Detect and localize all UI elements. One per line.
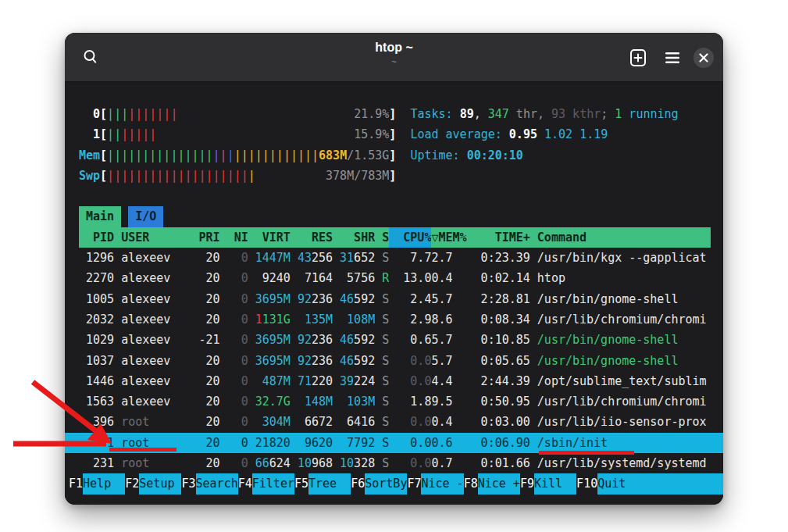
cell-shr: 108M [333, 309, 375, 330]
fn-button-quit[interactable]: Quit [597, 473, 723, 494]
process-row[interactable]: 1446alexeev200487M7122039224S0.04.42:44.… [79, 371, 711, 391]
search-button[interactable] [77, 44, 104, 70]
fn-button-setup[interactable]: Setup [139, 473, 181, 494]
meter-bar: ||||||||||21.9% [107, 104, 389, 124]
cell-s: S [375, 371, 389, 391]
cell-pri: 20 [191, 391, 219, 412]
cell-s: S [375, 309, 389, 330]
cell-user: alexeev [114, 330, 191, 350]
cell-virt: 3695M [248, 351, 291, 371]
function-key-bar: F1HelpF2SetupF3SearchF4FilterF5TreeF6Sor… [69, 473, 723, 494]
column-header-mem[interactable]: ▽MEM% [431, 227, 466, 248]
column-header-cpu[interactable]: CPU% [389, 227, 431, 248]
fn-key-f9: F9 [520, 473, 534, 494]
process-row[interactable]: 231root200666241096810328S0.00.70:01.66/… [79, 453, 711, 473]
cell-s: S [375, 453, 389, 473]
column-header-user[interactable]: USER [114, 227, 191, 248]
close-button[interactable] [694, 48, 714, 68]
cell-cpu: 0.0 [389, 371, 431, 391]
column-header-virt[interactable]: VIRT [248, 227, 291, 248]
cell-res: 135M [291, 309, 333, 330]
cell-virt: 3695M [248, 289, 291, 309]
cell-ni: 0 [220, 309, 248, 330]
cell-time: 2:28.81 [467, 289, 530, 309]
cell-cpu: 7.7 [389, 248, 431, 268]
table-header-row: PIDUSERPRINIVIRTRESSHRSCPU%▽MEM%TIME+Com… [79, 227, 711, 248]
process-row[interactable]: 1029alexeev-2103695M9223646592S0.65.70:1… [79, 330, 711, 350]
column-header-pid[interactable]: PID [79, 227, 114, 248]
cell-s: S [375, 433, 389, 453]
column-header-res[interactable]: RES [291, 227, 333, 248]
cell-time: 0:10.85 [467, 330, 530, 350]
cell-s: S [375, 330, 389, 350]
cell-pri: 20 [191, 351, 219, 371]
cell-pid: 231 [79, 453, 114, 473]
new-tab-button[interactable] [625, 45, 651, 71]
cell-mem: 4.4 [431, 371, 466, 391]
fn-button-tree[interactable]: Tree [308, 473, 351, 494]
column-header-command[interactable]: Command [530, 227, 711, 248]
fn-button-filter[interactable]: Filter [252, 473, 294, 494]
process-row[interactable]: 1296alexeev2001447M4325631652S7.72.70:23… [79, 248, 711, 268]
process-row-selected[interactable]: 1root2002182096207792S0.00.60:06.90/sbin… [65, 433, 723, 453]
cell-mem: 0.7 [431, 453, 466, 473]
cell-time: 0:05.65 [467, 351, 530, 371]
column-header-s[interactable]: S [375, 227, 389, 248]
screen-tabs: Main I/O [79, 206, 711, 227]
cell-s: R [375, 268, 389, 288]
cell-pri: 20 [191, 433, 219, 453]
meters-block: 0[||||||||||21.9%]Tasks: 89, 347 thr, 93… [79, 104, 711, 186]
cell-shr: 10328 [333, 453, 375, 473]
column-header-ni[interactable]: NI [220, 227, 248, 248]
cell-ni: 0 [220, 371, 248, 391]
cell-ni: 0 [220, 351, 248, 371]
process-row[interactable]: 2032alexeev2001131G135M108MS2.98.60:08.3… [79, 309, 711, 330]
fn-key-f4: F4 [238, 473, 252, 494]
cell-command: /usr/bin/gnome-shell [530, 351, 711, 371]
meter-row-swp: Swp[|||||||||||||||||||||378M/783M] [79, 166, 711, 186]
menu-button[interactable] [659, 45, 686, 71]
cell-pid: 1029 [79, 330, 114, 350]
cell-mem: 5.7 [431, 330, 466, 350]
process-row[interactable]: 1005alexeev2003695M9223646592S2.45.72:28… [79, 289, 711, 309]
cell-ni: 0 [220, 391, 248, 412]
cell-command: /usr/bin/kgx --gapplicat [530, 248, 711, 268]
tab-main[interactable]: Main [79, 206, 121, 227]
fn-button-nice-+[interactable]: Nice + [478, 473, 520, 494]
column-header-pri[interactable]: PRI [191, 227, 219, 248]
fn-key-f6: F6 [351, 473, 365, 494]
cell-s: S [375, 412, 389, 432]
fn-button-help[interactable]: Help [83, 473, 125, 494]
column-header-time[interactable]: TIME+ [467, 227, 530, 248]
titlebar: htop ~ ~ [65, 33, 723, 82]
cell-pid: 2032 [79, 309, 114, 330]
meter-label: 1 [79, 124, 100, 145]
tab-io[interactable]: I/O [128, 206, 163, 227]
cell-user: alexeev [114, 351, 191, 371]
fn-button-search[interactable]: Search [196, 473, 238, 494]
column-header-shr[interactable]: SHR [333, 227, 375, 248]
cell-pri: 20 [191, 289, 219, 309]
cell-res: 92236 [291, 289, 333, 309]
cell-shr: 7792 [333, 433, 375, 453]
cell-shr: 46592 [333, 351, 375, 371]
cell-mem: 2.7 [431, 248, 466, 268]
cell-ni: 0 [220, 412, 248, 432]
cell-pri: -21 [191, 330, 219, 350]
meter-row-1: 1[|||||||15.9%]Load average: 0.95 1.02 1… [79, 124, 711, 145]
cell-user: alexeev [114, 268, 191, 288]
fn-button-sortby[interactable]: SortBy [365, 473, 407, 494]
fn-button-kill[interactable]: Kill [534, 473, 576, 494]
cell-shr: 31652 [333, 248, 375, 268]
fn-button-nice--[interactable]: Nice - [421, 473, 463, 494]
cell-ni: 0 [220, 453, 248, 473]
process-row[interactable]: 1563alexeev20032.7G148M103MS1.89.50:50.9… [79, 391, 711, 412]
cell-s: S [375, 391, 389, 412]
cell-command: /usr/bin/gnome-shell [530, 289, 711, 309]
cell-cpu: 0.6 [389, 330, 431, 350]
process-row[interactable]: 2270alexeev200924071645756R13.00.40:02.1… [79, 268, 711, 288]
process-row[interactable]: 1037alexeev2003695M9223646592S0.05.70:05… [79, 351, 711, 371]
cell-shr: 46592 [333, 289, 375, 309]
terminal-content: 0[||||||||||21.9%]Tasks: 89, 347 thr, 93… [65, 82, 723, 505]
process-row[interactable]: 396root200304M66726416S0.00.40:03.00/usr… [79, 412, 711, 432]
